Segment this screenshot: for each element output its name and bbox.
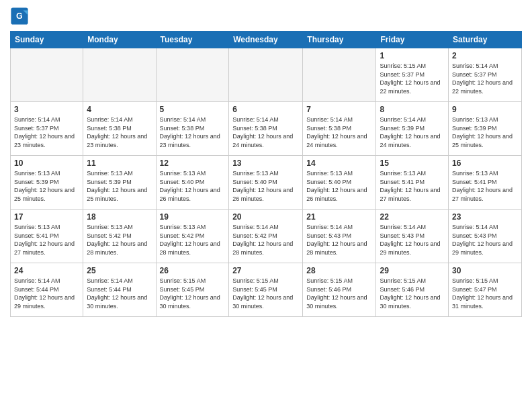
day-info: Sunrise: 5:14 AM Sunset: 5:43 PM Dayligh…: [452, 223, 518, 257]
day-cell: 6 Sunrise: 5:14 AM Sunset: 5:38 PM Dayli…: [229, 102, 303, 156]
day-cell: [11, 48, 83, 102]
week-row-5: 24 Sunrise: 5:14 AM Sunset: 5:44 PM Dayl…: [11, 263, 522, 317]
day-number: 14: [306, 158, 372, 168]
day-cell: [229, 48, 303, 102]
day-cell: 25 Sunrise: 5:14 AM Sunset: 5:44 PM Dayl…: [83, 263, 156, 317]
day-number: 15: [380, 158, 445, 168]
day-cell: 12 Sunrise: 5:13 AM Sunset: 5:40 PM Dayl…: [156, 156, 229, 210]
day-info: Sunrise: 5:15 AM Sunset: 5:37 PM Dayligh…: [380, 62, 445, 95]
day-cell: 30 Sunrise: 5:15 AM Sunset: 5:47 PM Dayl…: [449, 263, 522, 317]
day-info: Sunrise: 5:13 AM Sunset: 5:42 PM Dayligh…: [87, 223, 152, 257]
day-number: 25: [87, 266, 152, 275]
day-info: Sunrise: 5:14 AM Sunset: 5:42 PM Dayligh…: [232, 223, 299, 257]
day-info: Sunrise: 5:13 AM Sunset: 5:40 PM Dayligh…: [160, 169, 226, 203]
day-number: 20: [232, 212, 299, 222]
day-number: 22: [380, 212, 445, 222]
day-info: Sunrise: 5:13 AM Sunset: 5:40 PM Dayligh…: [306, 169, 372, 203]
day-cell: 4 Sunrise: 5:14 AM Sunset: 5:38 PM Dayli…: [83, 102, 156, 156]
day-cell: [156, 48, 229, 102]
day-number: 16: [452, 158, 518, 168]
day-cell: 3 Sunrise: 5:14 AM Sunset: 5:37 PM Dayli…: [11, 102, 83, 156]
calendar: SundayMondayTuesdayWednesdayThursdayFrid…: [10, 31, 522, 317]
day-cell: 23 Sunrise: 5:14 AM Sunset: 5:43 PM Dayl…: [449, 210, 522, 263]
day-cell: 2 Sunrise: 5:14 AM Sunset: 5:37 PM Dayli…: [449, 48, 522, 102]
day-info: Sunrise: 5:15 AM Sunset: 5:46 PM Dayligh…: [380, 277, 445, 310]
day-info: Sunrise: 5:13 AM Sunset: 5:39 PM Dayligh…: [14, 169, 79, 203]
day-header-monday: Monday: [83, 32, 156, 48]
page: G SundayMondayTuesdayWednesdayThursdayFr…: [0, 0, 532, 411]
day-number: 24: [14, 266, 79, 275]
day-info: Sunrise: 5:15 AM Sunset: 5:45 PM Dayligh…: [232, 277, 299, 310]
day-info: Sunrise: 5:14 AM Sunset: 5:44 PM Dayligh…: [87, 277, 152, 310]
day-number: 4: [87, 105, 152, 114]
day-number: 28: [306, 266, 372, 275]
day-info: Sunrise: 5:14 AM Sunset: 5:37 PM Dayligh…: [14, 116, 79, 149]
day-info: Sunrise: 5:14 AM Sunset: 5:38 PM Dayligh…: [306, 116, 372, 149]
day-header-sunday: Sunday: [11, 32, 83, 48]
day-cell: [83, 48, 156, 102]
day-info: Sunrise: 5:14 AM Sunset: 5:43 PM Dayligh…: [380, 223, 445, 257]
day-info: Sunrise: 5:14 AM Sunset: 5:38 PM Dayligh…: [87, 116, 152, 149]
day-number: 21: [306, 212, 372, 222]
week-row-1: 1 Sunrise: 5:15 AM Sunset: 5:37 PM Dayli…: [11, 48, 522, 102]
day-cell: 16 Sunrise: 5:13 AM Sunset: 5:41 PM Dayl…: [449, 156, 522, 210]
logo: G: [10, 7, 32, 26]
day-cell: [303, 48, 376, 102]
header: G: [10, 7, 522, 26]
day-number: 6: [232, 105, 299, 114]
week-row-2: 3 Sunrise: 5:14 AM Sunset: 5:37 PM Dayli…: [11, 102, 522, 156]
day-info: Sunrise: 5:14 AM Sunset: 5:44 PM Dayligh…: [14, 277, 79, 310]
day-cell: 11 Sunrise: 5:13 AM Sunset: 5:39 PM Dayl…: [83, 156, 156, 210]
day-info: Sunrise: 5:15 AM Sunset: 5:47 PM Dayligh…: [452, 277, 518, 310]
day-number: 2: [452, 51, 518, 60]
day-cell: 24 Sunrise: 5:14 AM Sunset: 5:44 PM Dayl…: [11, 263, 83, 317]
day-header-thursday: Thursday: [303, 32, 376, 48]
day-cell: 17 Sunrise: 5:13 AM Sunset: 5:41 PM Dayl…: [11, 210, 83, 263]
day-number: 3: [14, 105, 79, 114]
day-number: 30: [452, 266, 518, 275]
day-header-friday: Friday: [376, 32, 449, 48]
day-number: 13: [232, 158, 299, 168]
day-cell: 19 Sunrise: 5:13 AM Sunset: 5:42 PM Dayl…: [156, 210, 229, 263]
day-cell: 9 Sunrise: 5:13 AM Sunset: 5:39 PM Dayli…: [449, 102, 522, 156]
week-row-4: 17 Sunrise: 5:13 AM Sunset: 5:41 PM Dayl…: [11, 210, 522, 263]
day-cell: 29 Sunrise: 5:15 AM Sunset: 5:46 PM Dayl…: [376, 263, 449, 317]
day-cell: 14 Sunrise: 5:13 AM Sunset: 5:40 PM Dayl…: [303, 156, 376, 210]
day-info: Sunrise: 5:13 AM Sunset: 5:41 PM Dayligh…: [14, 223, 79, 257]
day-info: Sunrise: 5:13 AM Sunset: 5:42 PM Dayligh…: [160, 223, 226, 257]
day-cell: 13 Sunrise: 5:13 AM Sunset: 5:40 PM Dayl…: [229, 156, 303, 210]
day-number: 19: [160, 212, 226, 222]
day-number: 11: [87, 158, 152, 168]
day-cell: 26 Sunrise: 5:15 AM Sunset: 5:45 PM Dayl…: [156, 263, 229, 317]
day-cell: 15 Sunrise: 5:13 AM Sunset: 5:41 PM Dayl…: [376, 156, 449, 210]
day-number: 8: [380, 105, 445, 114]
day-cell: 22 Sunrise: 5:14 AM Sunset: 5:43 PM Dayl…: [376, 210, 449, 263]
day-info: Sunrise: 5:14 AM Sunset: 5:38 PM Dayligh…: [232, 116, 299, 149]
day-info: Sunrise: 5:15 AM Sunset: 5:46 PM Dayligh…: [306, 277, 372, 310]
day-header-saturday: Saturday: [449, 32, 522, 48]
day-cell: 1 Sunrise: 5:15 AM Sunset: 5:37 PM Dayli…: [376, 48, 449, 102]
day-info: Sunrise: 5:15 AM Sunset: 5:45 PM Dayligh…: [160, 277, 226, 310]
day-cell: 8 Sunrise: 5:14 AM Sunset: 5:39 PM Dayli…: [376, 102, 449, 156]
svg-text:G: G: [16, 11, 23, 21]
day-cell: 21 Sunrise: 5:14 AM Sunset: 5:43 PM Dayl…: [303, 210, 376, 263]
day-cell: 18 Sunrise: 5:13 AM Sunset: 5:42 PM Dayl…: [83, 210, 156, 263]
day-info: Sunrise: 5:14 AM Sunset: 5:37 PM Dayligh…: [452, 62, 518, 95]
day-number: 7: [306, 105, 372, 114]
day-cell: 28 Sunrise: 5:15 AM Sunset: 5:46 PM Dayl…: [303, 263, 376, 317]
day-header-wednesday: Wednesday: [229, 32, 303, 48]
logo-icon: G: [10, 7, 29, 26]
day-number: 17: [14, 212, 79, 222]
day-cell: 10 Sunrise: 5:13 AM Sunset: 5:39 PM Dayl…: [11, 156, 83, 210]
day-number: 5: [160, 105, 226, 114]
day-number: 18: [87, 212, 152, 222]
day-info: Sunrise: 5:14 AM Sunset: 5:43 PM Dayligh…: [306, 223, 372, 257]
day-header-tuesday: Tuesday: [156, 32, 229, 48]
day-cell: 7 Sunrise: 5:14 AM Sunset: 5:38 PM Dayli…: [303, 102, 376, 156]
day-cell: 5 Sunrise: 5:14 AM Sunset: 5:38 PM Dayli…: [156, 102, 229, 156]
day-cell: 20 Sunrise: 5:14 AM Sunset: 5:42 PM Dayl…: [229, 210, 303, 263]
day-number: 10: [14, 158, 79, 168]
day-info: Sunrise: 5:13 AM Sunset: 5:39 PM Dayligh…: [452, 116, 518, 149]
day-cell: 27 Sunrise: 5:15 AM Sunset: 5:45 PM Dayl…: [229, 263, 303, 317]
day-number: 9: [452, 105, 518, 114]
